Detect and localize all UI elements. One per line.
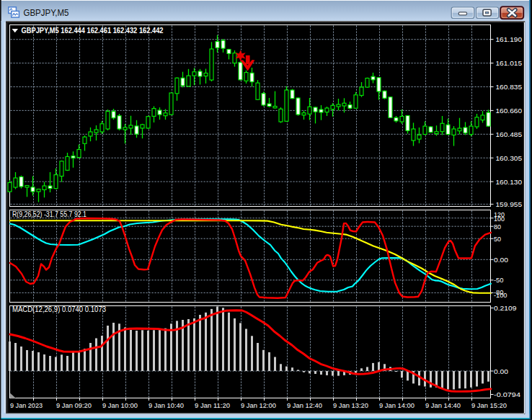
svg-text:-50: -50 bbox=[494, 276, 504, 284]
svg-text:161.190: 161.190 bbox=[496, 35, 523, 43]
svg-text:161.015: 161.015 bbox=[496, 59, 523, 67]
svg-text:80: 80 bbox=[494, 223, 501, 231]
svg-text:9 Jan 14:40: 9 Jan 14:40 bbox=[425, 401, 461, 409]
svg-text:9 Jan 14:00: 9 Jan 14:00 bbox=[379, 401, 414, 409]
svg-text:160.835: 160.835 bbox=[496, 83, 523, 91]
svg-text:9 Jan 09:20: 9 Jan 09:20 bbox=[56, 401, 92, 409]
svg-text:159.955: 159.955 bbox=[496, 200, 523, 208]
svg-text:160.305: 160.305 bbox=[496, 154, 523, 162]
svg-text:9 Jan 13:20: 9 Jan 13:20 bbox=[333, 401, 368, 409]
svg-text:100: 100 bbox=[494, 215, 505, 223]
svg-text:160.660: 160.660 bbox=[496, 107, 523, 115]
svg-text:MACD(12,26,9) 0.0740 0.1073: MACD(12,26,9) 0.0740 0.1073 bbox=[12, 305, 106, 313]
svg-text:9 Jan 10:40: 9 Jan 10:40 bbox=[148, 401, 184, 409]
svg-text:9 Jan 15:20: 9 Jan 15:20 bbox=[471, 401, 507, 409]
svg-text:0.2109: 0.2109 bbox=[494, 304, 517, 312]
svg-text:-100: -100 bbox=[494, 291, 507, 299]
svg-text:160.130: 160.130 bbox=[496, 178, 523, 186]
svg-text:-0.0794: -0.0794 bbox=[494, 390, 520, 398]
svg-text:160.485: 160.485 bbox=[496, 130, 523, 138]
svg-text:GBPJPY,M5 162.444 162.461 162: GBPJPY,M5 162.444 162.461 162.432 162.44… bbox=[22, 26, 164, 35]
svg-text:9 Jan 2023: 9 Jan 2023 bbox=[10, 401, 43, 409]
svg-text:50: 50 bbox=[494, 235, 501, 243]
svg-text:9 Jan 10:00: 9 Jan 10:00 bbox=[102, 401, 138, 409]
svg-text:9 Jan 11:20: 9 Jan 11:20 bbox=[195, 401, 230, 409]
svg-text:GBPJPY,M5: GBPJPY,M5 bbox=[24, 8, 69, 18]
svg-text:0.00: 0.00 bbox=[494, 367, 508, 375]
svg-text:9 Jan 12:40: 9 Jan 12:40 bbox=[287, 401, 322, 409]
svg-text:0.00: 0.00 bbox=[494, 256, 508, 264]
svg-text:9 Jan 12:00: 9 Jan 12:00 bbox=[241, 401, 276, 409]
svg-text:R(9,26,52) -31.7 55.7 92.1: R(9,26,52) -31.7 55.7 92.1 bbox=[12, 210, 87, 218]
